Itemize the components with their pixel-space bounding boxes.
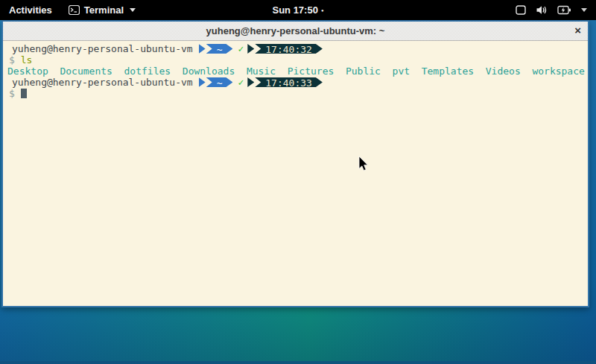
prompt-symbol: $ (6, 88, 15, 99)
screen-bottom-edge (0, 361, 596, 364)
prompt-user-host: yuheng@henry-personal-ubuntu-vm (12, 77, 193, 88)
battery-charging-icon (557, 5, 571, 15)
powerline-separator-icon (199, 44, 206, 54)
typed-command: ls (21, 54, 33, 66)
prompt-time-segment: 17:40:33 (255, 77, 323, 87)
window-title: yuheng@henry-personal-ubuntu-vm: ~ (206, 25, 385, 36)
screen-share-icon (516, 5, 526, 15)
prompt-line-2: yuheng@henry-personal-ubuntu-vm ~ ✓ 17:4… (6, 77, 585, 88)
notification-dot: ● (321, 8, 324, 13)
terminal-icon (69, 5, 80, 15)
activities-button[interactable]: Activities (0, 4, 61, 16)
chevron-down-icon (581, 8, 587, 12)
terminal-content[interactable]: yuheng@henry-personal-ubuntu-vm ~ ✓ 17:4… (3, 41, 588, 101)
close-button[interactable]: × (574, 23, 581, 38)
clock-label: Sun 17:50 (272, 4, 317, 16)
command-line-1: $ ls (6, 54, 585, 66)
text-cursor (21, 89, 27, 98)
command-line-2: $ (6, 88, 585, 99)
app-menu-terminal[interactable]: Terminal (69, 4, 136, 16)
prompt-user-host: yuheng@henry-personal-ubuntu-vm (12, 43, 193, 54)
chevron-down-icon (130, 8, 136, 12)
prompt-path-segment: ~ (206, 77, 233, 87)
clock-button[interactable]: Sun 17:50 ● (272, 4, 323, 16)
prompt-path-segment: ~ (206, 44, 233, 54)
powerline-separator-icon (247, 44, 254, 54)
terminal-window: yuheng@henry-personal-ubuntu-vm: ~ × yuh… (1, 20, 589, 307)
exit-status-check-icon: ✓ (238, 77, 244, 88)
prompt-time-segment: 17:40:32 (255, 44, 323, 54)
top-bar: Activities Terminal Sun 17:50 ● (0, 0, 596, 20)
prompt-symbol: $ (6, 54, 15, 66)
powerline-separator-icon (199, 77, 206, 87)
prompt-line-1: yuheng@henry-personal-ubuntu-vm ~ ✓ 17:4… (6, 43, 585, 54)
powerline-separator-icon (247, 77, 254, 87)
volume-icon (536, 5, 548, 15)
system-status-area[interactable] (516, 5, 596, 15)
exit-status-check-icon: ✓ (238, 43, 244, 54)
app-menu-label: Terminal (84, 4, 124, 16)
window-titlebar[interactable]: yuheng@henry-personal-ubuntu-vm: ~ × (3, 22, 588, 41)
ls-output: Desktop Documents dotfiles Downloads Mus… (6, 66, 585, 77)
